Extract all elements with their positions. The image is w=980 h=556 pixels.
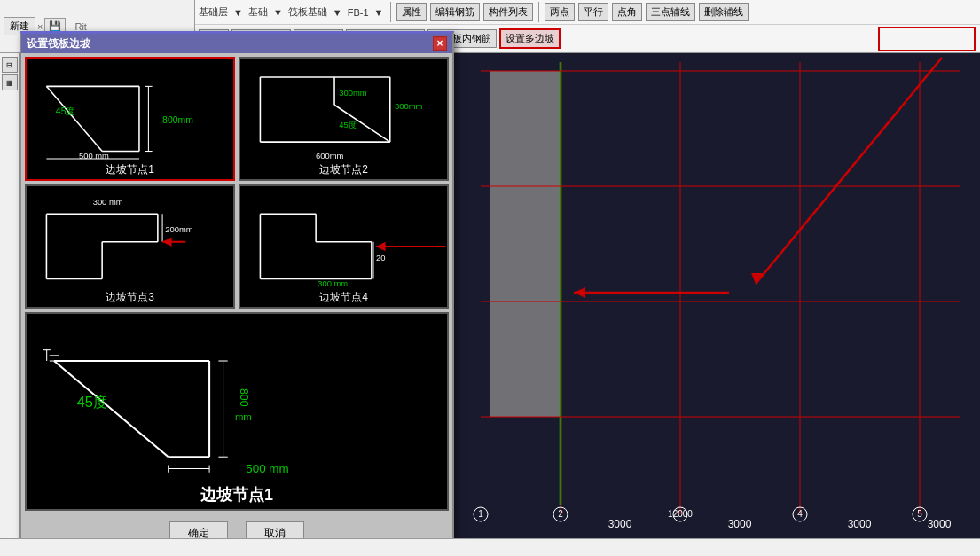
base-arrow: ▼	[273, 7, 283, 18]
svg-text:4: 4	[797, 509, 803, 519]
delete-button[interactable]: 删除辅线	[699, 3, 749, 21]
layer-label: 基础层	[199, 5, 228, 19]
dialog-title: 设置筏板边坡	[27, 36, 90, 51]
preview-label: 边坡节点1	[197, 481, 277, 509]
dialog-close-button[interactable]: ×	[433, 36, 447, 51]
status-bar	[0, 538, 980, 556]
node-svg-2: 300mm 300mm 600mm 45度	[240, 59, 447, 161]
sidebar-icon-1[interactable]: ⊟	[2, 57, 18, 73]
svg-text:mm: mm	[235, 411, 252, 422]
angle-button[interactable]: 点角	[612, 3, 642, 21]
svg-text:3000: 3000	[928, 518, 952, 530]
svg-text:2: 2	[558, 509, 563, 519]
node-diagram-2: 300mm 300mm 600mm 45度	[240, 59, 447, 161]
sidebar-icon-2[interactable]: ▦	[2, 74, 18, 90]
svg-text:12000: 12000	[668, 509, 693, 519]
node-grid-top: 800mm 500 mm 45度 边坡节点1	[25, 57, 449, 309]
cad-grid: 3000 3000 3000 3000 1 2 12000 4 5	[445, 53, 980, 538]
rit-text: Rit	[74, 21, 86, 32]
node-svg-4: 300 mm 20	[240, 186, 447, 288]
three-point-button[interactable]: 三点辅线	[646, 3, 695, 21]
svg-text:45度: 45度	[339, 120, 356, 129]
node-label-1: 边坡节点1	[104, 161, 156, 179]
two-point-button[interactable]: 两点	[545, 3, 575, 21]
svg-text:3000: 3000	[608, 518, 632, 530]
left-sidebar: ⊟ ▦	[0, 53, 20, 556]
node-preview-diagram: 800 mm 500 mm 45度	[27, 314, 447, 481]
svg-text:300 mm: 300 mm	[318, 278, 348, 288]
node-cell-3[interactable]: 300 mm 200mm 边坡节点3	[25, 184, 235, 309]
parallel-button[interactable]: 平行	[578, 3, 608, 21]
dialog-title-bar: 设置筏板边坡 ×	[21, 34, 452, 53]
svg-text:45度: 45度	[56, 106, 75, 116]
node-preview: 800 mm 500 mm 45度 边坡节点1	[25, 312, 449, 511]
fb-arrow: ▼	[374, 7, 384, 18]
svg-text:800: 800	[238, 388, 250, 407]
base-label: ▼	[233, 7, 243, 18]
slab-arrow: ▼	[333, 7, 342, 18]
node-cell-4[interactable]: 300 mm 20 边坡节点4	[239, 184, 449, 309]
attr-button[interactable]: 属性	[396, 3, 427, 21]
svg-text:1: 1	[478, 509, 483, 519]
svg-rect-1	[490, 71, 561, 417]
svg-text:300mm: 300mm	[339, 88, 366, 98]
node-svg-3: 300 mm 200mm	[27, 186, 233, 288]
node-diagram-1: 800mm 500 mm 45度	[27, 59, 233, 161]
toolbar-row1: 基础层 ▼ 基础 ▼ 筏板基础 ▼ FB-1 ▼ 属性 编辑钢筋 构件列表 两点…	[195, 0, 980, 25]
node-cell-2[interactable]: 300mm 300mm 600mm 45度 边坡节点2	[239, 57, 449, 181]
node-diagram-3: 300 mm 200mm	[27, 186, 233, 288]
svg-text:3000: 3000	[728, 518, 752, 530]
svg-rect-53	[28, 186, 232, 288]
component-list-button[interactable]: 构件列表	[483, 3, 533, 21]
preview-svg: 800 mm 500 mm 45度	[27, 314, 447, 481]
fb-label: FB-1	[348, 7, 369, 18]
cad-svg: 3000 3000 3000 3000 1 2 12000 4 5	[445, 53, 977, 532]
slab-label: 筏板基础	[288, 5, 327, 19]
svg-text:600mm: 600mm	[316, 151, 343, 161]
node-cell-1[interactable]: 800mm 500 mm 45度 边坡节点1	[25, 57, 235, 181]
svg-text:500 mm: 500 mm	[246, 462, 288, 475]
node-label-4: 边坡节点4	[318, 288, 370, 307]
svg-text:3000: 3000	[848, 518, 872, 530]
svg-text:20: 20	[376, 253, 385, 262]
multi-slope-button[interactable]: 设置多边坡	[499, 28, 561, 49]
node-svg-1: 800mm 500 mm 45度	[27, 59, 233, 161]
svg-text:5: 5	[917, 509, 922, 519]
node-diagram-4: 300 mm 20	[240, 186, 447, 288]
base-text: 基础	[248, 5, 268, 19]
svg-rect-65	[242, 186, 446, 288]
slope-dialog: 设置筏板边坡 ×	[20, 31, 454, 545]
node-label-3: 边坡节点3	[104, 288, 156, 307]
svg-text:45度: 45度	[77, 394, 107, 410]
node-label-2: 边坡节点2	[318, 161, 370, 179]
edit-rebar-button[interactable]: 编辑钢筋	[430, 3, 480, 21]
svg-text:500 mm: 500 mm	[79, 151, 109, 161]
svg-text:300 mm: 300 mm	[93, 197, 123, 207]
svg-text:200mm: 200mm	[165, 224, 192, 234]
dialog-content: 800mm 500 mm 45度 边坡节点1	[21, 53, 452, 514]
svg-text:800mm: 800mm	[162, 115, 193, 125]
svg-text:300mm: 300mm	[395, 102, 422, 112]
